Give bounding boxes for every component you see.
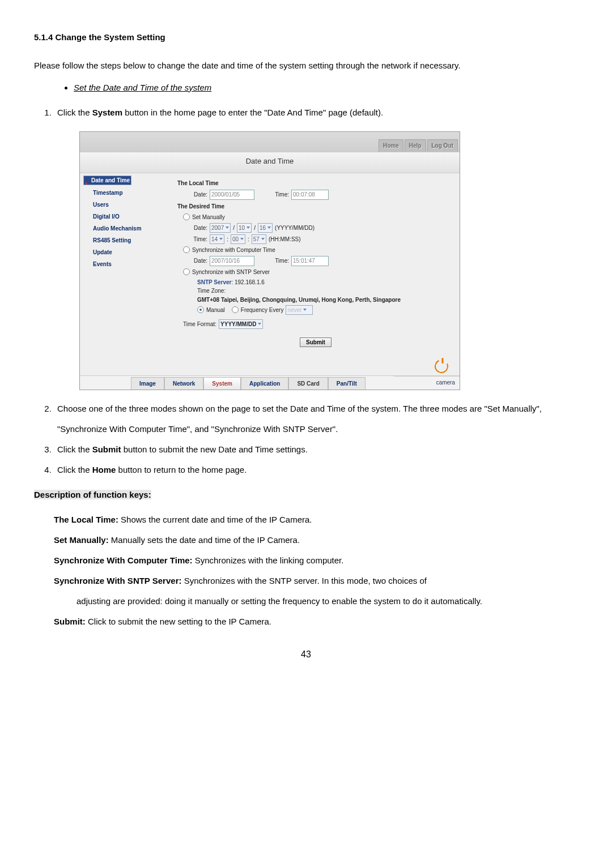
tab-image[interactable]: Image	[131, 377, 164, 390]
numbered-steps-cont: Choose one of the three modes shown on t…	[34, 399, 578, 480]
time-format-select[interactable]: YYYY/MM/DD	[219, 319, 263, 329]
sidebar-item-events[interactable]: Events	[83, 258, 168, 270]
date-label: Date:	[189, 190, 207, 199]
radio-sntp-manual[interactable]	[197, 306, 204, 313]
description-heading: Description of function keys:	[34, 490, 151, 499]
chevron-down-icon	[219, 238, 223, 240]
chevron-down-icon	[246, 226, 250, 229]
chevron-down-icon	[267, 226, 271, 229]
set-manually-desc: Manually sets the date and time of the I…	[109, 535, 300, 545]
tab-pan-tilt[interactable]: Pan/Tilt	[328, 377, 366, 390]
tab-application[interactable]: Application	[241, 377, 288, 390]
time-format-label: Time Format:	[183, 320, 216, 328]
home-label: Home	[92, 465, 116, 474]
chevron-down-icon	[226, 226, 229, 229]
text: Click the	[57, 444, 92, 454]
sidebar-item-label: Events	[93, 260, 112, 268]
bullet-icon	[87, 215, 90, 219]
time-label: Time:	[270, 190, 289, 199]
sync-sntp-key: Synchronize With SNTP Server:	[54, 576, 181, 585]
tab-sd-card[interactable]: SD Card	[288, 377, 328, 390]
step-3: Click the Submit button to submit the ne…	[54, 439, 578, 460]
home-button[interactable]: Home	[379, 139, 403, 152]
second-select[interactable]: 57	[252, 234, 266, 244]
timezone-label: Time Zone:	[197, 287, 454, 295]
section-heading: 5.1.4 Change the System Setting	[34, 31, 578, 44]
power-row	[80, 358, 460, 375]
bullet-icon	[87, 227, 90, 230]
sidebar-item-digital-io[interactable]: Digital I/O	[83, 211, 168, 223]
sidebar-item-label: Update	[93, 248, 112, 256]
computer-time-field: 15:01:47	[291, 256, 329, 266]
tab-network[interactable]: Network	[164, 377, 203, 390]
page-number: 43	[34, 648, 578, 661]
intro-paragraph: Please follow the steps below to change …	[34, 55, 578, 76]
sidebar-item-label: Users	[93, 200, 109, 209]
day-select[interactable]: 16	[258, 223, 273, 233]
minute-select[interactable]: 00	[231, 234, 245, 244]
month-select[interactable]: 10	[237, 223, 252, 233]
power-icon[interactable]	[433, 357, 450, 375]
sidebar-item-label: RS485 Setting	[93, 236, 131, 245]
date-hint: (YYYY/MM/DD)	[275, 224, 314, 232]
step-4: Click the Home button to return to the h…	[54, 460, 578, 480]
sync-sntp-desc: Synchronizes with the SNTP server. In th…	[181, 576, 426, 585]
submit-key: Submit:	[54, 617, 86, 626]
radio-set-manually[interactable]	[183, 213, 190, 220]
submit-button[interactable]: Submit	[300, 337, 332, 347]
text: button in the home page to enter the "Da…	[122, 108, 383, 117]
year-select[interactable]: 2007	[210, 223, 231, 233]
local-time-heading: The Local Time	[177, 179, 454, 187]
submit-desc: Click to submit the new setting to the I…	[86, 617, 271, 626]
local-time-key: The Local Time:	[54, 515, 118, 524]
tab-system[interactable]: System	[203, 377, 241, 390]
local-time-desc: Shows the current date and time of the I…	[118, 515, 312, 524]
frequency-select[interactable]: never	[286, 305, 313, 315]
sidebar-item-timestamp[interactable]: Timestamp	[83, 187, 168, 199]
bullet-icon	[87, 203, 90, 207]
bottom-tabs: Image Network System Application SD Card…	[80, 375, 460, 390]
text: button to return to the home page.	[116, 465, 246, 474]
text: Click the	[57, 465, 92, 474]
radio-computer-time[interactable]	[183, 246, 190, 253]
sidebar-item-update[interactable]: Update	[83, 246, 168, 258]
sidebar-item-label: Audio Mechanism	[93, 224, 142, 233]
submit-label: Submit	[92, 444, 121, 454]
option-sntp: Synchronize with SNTP Server	[192, 268, 270, 276]
bullet-icon	[87, 251, 90, 254]
sntp-server-label: SNTP Server	[197, 279, 231, 285]
time-label: Time:	[189, 235, 207, 243]
description-block: The Local Time: Shows the current date a…	[54, 510, 578, 632]
radio-sntp[interactable]	[183, 268, 190, 275]
sidebar-item-audio-mechanism[interactable]: Audio Mechanism	[83, 223, 168, 234]
sidebar-item-date-and-time[interactable]: Date and Time	[83, 176, 131, 185]
hour-select[interactable]: 14	[210, 234, 224, 244]
main-panel: The Local Time Date: 2000/01/05 Time: 00…	[172, 173, 460, 358]
set-manually-key: Set Manually:	[54, 535, 109, 545]
bullet-icon	[87, 191, 90, 195]
sidebar-item-rs485-setting[interactable]: RS485 Setting	[83, 234, 168, 246]
desired-time-heading: The Desired Time	[177, 202, 454, 211]
timezone-value: GMT+08 Taipei, Beijing, Chongquing, Urum…	[197, 296, 454, 303]
screenshot: Home Help Log Out Date and Time Date and…	[79, 131, 460, 390]
text: Click the	[57, 108, 92, 117]
logout-button[interactable]: Log Out	[427, 139, 458, 152]
numbered-steps: Click the System button in the home page…	[34, 102, 578, 123]
radio-sntp-frequency[interactable]	[232, 306, 239, 313]
local-date-field: 2000/01/05	[210, 190, 254, 200]
date-label: Date:	[189, 256, 207, 265]
help-button[interactable]: Help	[405, 139, 426, 152]
page-title: Date and Time	[80, 152, 460, 173]
date-label: Date:	[189, 224, 207, 232]
bullet-icon	[87, 263, 90, 266]
bullet-list: Set the Date and Time of the system	[34, 82, 578, 95]
step-2: Choose one of the three modes shown on t…	[54, 399, 578, 439]
bullet-set-date-time: Set the Date and Time of the system	[74, 82, 578, 95]
sidebar-item-label: Date and Time	[91, 176, 130, 185]
step-1: Click the System button in the home page…	[54, 102, 578, 123]
time-hint: (HH:MM:SS)	[269, 235, 301, 243]
sidebar-item-users[interactable]: Users	[83, 199, 168, 211]
option-computer-time: Synchronize with Computer Time	[192, 246, 275, 254]
text: button to submit the new Date and Time s…	[121, 444, 308, 454]
time-label: Time:	[270, 256, 289, 265]
